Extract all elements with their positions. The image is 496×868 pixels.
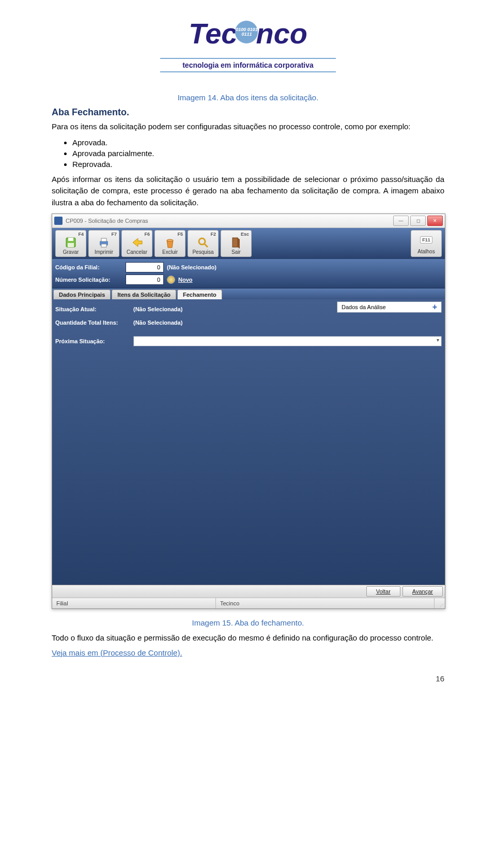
filial-name: (Não Selecionado) <box>167 264 216 270</box>
novo-button[interactable]: Novo <box>178 277 193 283</box>
cancelar-button[interactable]: F6 Cancelar <box>121 230 152 257</box>
dados-analise-button[interactable]: Dados da Análise + <box>337 301 442 313</box>
filial-label: Código da Filial: <box>55 264 122 270</box>
tool-label: Gravar <box>63 249 79 255</box>
numero-input[interactable]: 0 <box>126 275 164 285</box>
svg-rect-5 <box>101 244 106 247</box>
svg-line-8 <box>205 244 208 247</box>
trash-icon <box>163 236 177 249</box>
bullet-item: Reprovada. <box>72 160 444 169</box>
form-area: Dados da Análise + Situação Atual: (Não … <box>52 299 445 585</box>
sair-button[interactable]: Esc Sair <box>221 230 252 257</box>
voltar-button[interactable]: Voltar <box>366 586 400 597</box>
tool-label: Atalhos <box>417 249 435 254</box>
app-icon <box>54 217 63 225</box>
shortcut-label: F2 <box>210 232 216 237</box>
door-icon <box>229 236 243 249</box>
tool-label: Excluir <box>162 249 178 255</box>
figure-caption-15: Imagem 15. Aba do fechamento. <box>52 618 444 627</box>
shortcut-label: F7 <box>111 232 117 237</box>
proxima-situacao-dropdown[interactable] <box>133 336 442 346</box>
app-window: CP009 - Solicitação de Compras — ◻ ✕ F4 … <box>52 214 445 609</box>
footer-buttons: Voltar Avançar <box>52 585 445 598</box>
tab-bar: Dados Principais Itens da Solicitação Fe… <box>52 288 445 299</box>
logo-dot-icon: 0100 0101 0111 <box>235 21 258 43</box>
gravar-button[interactable]: F4 Gravar <box>55 230 86 257</box>
avancar-button[interactable]: Avançar <box>402 586 443 597</box>
minimize-button[interactable]: — <box>393 216 409 226</box>
logo-brand-left: Tec <box>189 21 237 47</box>
close-button[interactable]: ✕ <box>427 216 443 226</box>
qtd-total-label: Quantidade Total Itens: <box>55 319 130 326</box>
tab-itens-solicitacao[interactable]: Itens da Solicitação <box>112 290 176 299</box>
tool-label: Imprimir <box>95 249 113 255</box>
header-panel: Código da Filial: 0 (Não Selecionado) Nú… <box>52 259 445 288</box>
shortcut-label: F11 <box>420 236 432 243</box>
svg-point-7 <box>199 238 205 245</box>
shortcut-label: Esc <box>241 232 249 237</box>
situacao-atual-label: Situação Atual: <box>55 306 130 312</box>
print-icon <box>97 236 111 249</box>
tab-dados-principais[interactable]: Dados Principais <box>53 290 111 299</box>
status-bar: Filial Tecinco ⋰ <box>52 598 445 608</box>
qtd-total-value: (Não Selecionada) <box>133 319 182 326</box>
shortcut-label: F5 <box>177 232 183 237</box>
paragraph-3: Todo o fluxo da situação e permissão de … <box>52 632 444 644</box>
figure-caption-14: Imagem 14. Aba dos itens da solicitação. <box>52 93 444 102</box>
imprimir-button[interactable]: F7 Imprimir <box>88 230 119 257</box>
section-heading: Aba Fechamento. <box>52 107 444 118</box>
excluir-button[interactable]: F5 Excluir <box>154 230 185 257</box>
window-title: CP009 - Solicitação de Compras <box>66 218 393 224</box>
logo: Tec 0100 0101 0111 nco tecnologia em inf… <box>160 21 336 72</box>
svg-rect-1 <box>68 238 73 241</box>
status-tecinco: Tecinco <box>216 598 435 608</box>
toolbar: F4 Gravar F7 Imprimir F6 Cancelar F5 Exc… <box>52 228 445 259</box>
gear-icon[interactable] <box>167 276 175 284</box>
logo-brand-right: nco <box>256 21 307 47</box>
bullet-item: Aprovada. <box>72 138 444 147</box>
atalhos-button[interactable]: F11 Atalhos <box>411 230 442 257</box>
bullet-list: Aprovada. Aprovada parcialmente. Reprova… <box>52 138 444 169</box>
titlebar: CP009 - Solicitação de Compras — ◻ ✕ <box>52 214 445 228</box>
svg-point-6 <box>167 239 173 241</box>
resize-grip-icon[interactable]: ⋰ <box>435 598 445 608</box>
tool-label: Pesquisa <box>192 249 213 255</box>
paragraph-2: Após informar os itens da solicitação o … <box>52 174 444 209</box>
save-icon <box>64 236 78 249</box>
proxima-situacao-label: Próxima Situação: <box>55 338 130 344</box>
svg-rect-2 <box>68 243 74 247</box>
pesquisa-button[interactable]: F2 Pesquisa <box>188 230 219 257</box>
logo-tagline: tecnologia em informática corporativa <box>182 61 314 69</box>
tab-fechamento[interactable]: Fechamento <box>177 290 222 299</box>
back-arrow-icon <box>130 236 144 249</box>
plus-icon: + <box>432 302 437 312</box>
bullet-item: Aprovada parcialmente. <box>72 149 444 158</box>
svg-rect-9 <box>233 238 238 247</box>
maximize-button[interactable]: ◻ <box>410 216 426 226</box>
shortcut-label: F4 <box>78 232 84 237</box>
situacao-atual-value: (Não Selecionada) <box>133 306 182 312</box>
filial-input[interactable]: 0 <box>126 262 164 272</box>
paragraph-1: Para os itens da solicitação podem ser c… <box>52 121 444 133</box>
page-number: 16 <box>52 674 444 683</box>
tool-label: Cancelar <box>127 249 147 255</box>
shortcut-label: F6 <box>144 232 150 237</box>
tool-label: Sair <box>231 249 241 255</box>
processo-controle-link[interactable]: Veja mais em (Processo de Controle). <box>52 648 182 657</box>
numero-label: Número Solicitação: <box>55 277 122 283</box>
svg-rect-4 <box>101 238 106 241</box>
search-icon <box>196 236 210 249</box>
analysis-label: Dados da Análise <box>342 304 386 310</box>
status-filial: Filial <box>52 598 216 608</box>
